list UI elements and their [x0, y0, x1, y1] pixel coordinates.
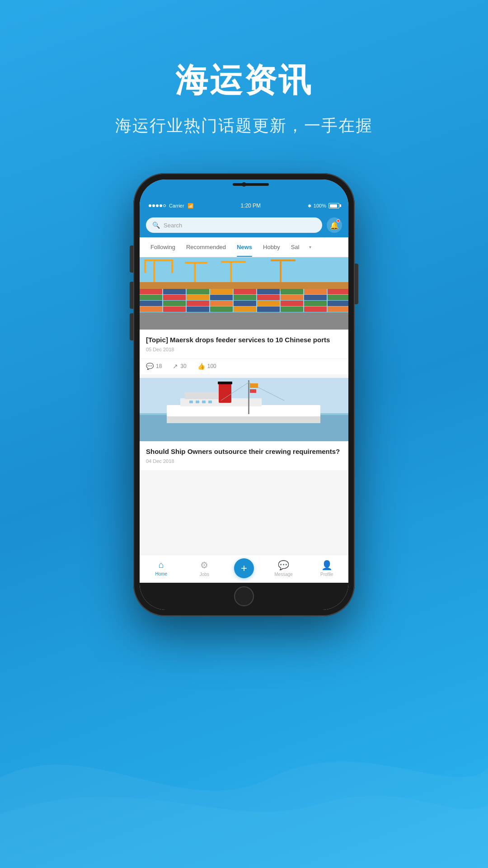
- status-bar: Carrier 📶 1:20 PM ✱ 100%: [140, 198, 348, 214]
- nav-jobs[interactable]: ⚙ Jobs: [191, 560, 218, 577]
- message-icon: 💬: [278, 560, 289, 571]
- content-area: [Topic] Maersk drops feeder services to …: [140, 257, 348, 555]
- notification-badge: [337, 219, 340, 222]
- svg-rect-13: [163, 289, 186, 294]
- svg-rect-62: [250, 389, 256, 393]
- add-button[interactable]: +: [234, 558, 254, 578]
- bluetooth-icon: ✱: [308, 203, 311, 208]
- svg-rect-42: [210, 307, 233, 312]
- status-time: 1:20 PM: [240, 203, 261, 209]
- phone-outer: Carrier 📶 1:20 PM ✱ 100% 🔍 Search: [133, 173, 355, 616]
- jobs-label: Jobs: [200, 572, 209, 577]
- svg-rect-21: [140, 295, 162, 300]
- svg-rect-30: [140, 301, 162, 306]
- svg-rect-26: [257, 295, 280, 300]
- tab-dropdown-icon[interactable]: ▾: [305, 237, 314, 257]
- svg-rect-8: [221, 261, 246, 263]
- signal-dot-3: [156, 204, 159, 207]
- svg-rect-3: [144, 259, 146, 273]
- phone-notch-bar: [140, 179, 348, 198]
- jobs-icon: ⚙: [200, 560, 208, 571]
- svg-rect-66: [208, 401, 212, 403]
- news-card-1: [Topic] Maersk drops feeder services to …: [140, 257, 348, 374]
- article-2-title[interactable]: Should Ship Owners outsource their crewi…: [146, 447, 342, 456]
- notification-button[interactable]: 🔔: [327, 217, 342, 233]
- article-1-actions: 💬 18 ↗ 30 👍 100: [140, 359, 348, 374]
- tab-hobby[interactable]: Hobby: [258, 237, 285, 257]
- svg-rect-48: [140, 312, 348, 330]
- comment-action[interactable]: 💬 18: [146, 363, 162, 370]
- svg-rect-11: [140, 282, 348, 289]
- app-subtitle: 海运行业热门话题更新，一手在握: [115, 115, 373, 137]
- article-2-image: [140, 378, 348, 441]
- svg-rect-4: [171, 259, 173, 273]
- svg-rect-14: [187, 289, 209, 294]
- article-1-title[interactable]: [Topic] Maersk drops feeder services to …: [146, 335, 342, 344]
- svg-rect-17: [257, 289, 280, 294]
- svg-rect-58: [248, 380, 249, 414]
- port-image-svg: [140, 257, 348, 330]
- svg-rect-53: [167, 416, 320, 423]
- nav-profile[interactable]: 👤 Profile: [313, 560, 340, 577]
- search-placeholder-text: Search: [164, 222, 182, 229]
- message-label: Message: [274, 572, 293, 577]
- svg-rect-23: [187, 295, 209, 300]
- carrier-label: Carrier: [169, 203, 184, 208]
- comment-count: 18: [156, 363, 162, 369]
- search-area: 🔍 Search 🔔: [140, 214, 348, 237]
- svg-rect-35: [257, 301, 280, 306]
- svg-rect-44: [257, 307, 280, 312]
- bg-waves: [0, 687, 488, 868]
- svg-rect-33: [210, 301, 233, 306]
- svg-rect-28: [304, 295, 327, 300]
- article-2-date: 04 Dec 2018: [146, 458, 342, 464]
- tab-bar: Following Recommended News Hobby Sal ▾: [140, 237, 348, 257]
- svg-rect-57: [218, 382, 232, 384]
- svg-rect-2: [144, 259, 171, 261]
- svg-rect-64: [196, 401, 199, 403]
- svg-rect-63: [189, 401, 193, 403]
- tab-news[interactable]: News: [232, 237, 257, 257]
- tab-following[interactable]: Following: [146, 237, 180, 257]
- nav-message[interactable]: 💬 Message: [270, 560, 297, 577]
- svg-rect-43: [234, 307, 256, 312]
- like-count: 100: [207, 363, 216, 369]
- nav-home[interactable]: ⌂ Home: [148, 560, 175, 576]
- status-right: ✱ 100%: [308, 203, 339, 208]
- article-1-image: [140, 257, 348, 330]
- news-card-2: Should Ship Owners outsource their crewi…: [140, 378, 348, 470]
- comment-icon: 💬: [146, 363, 154, 370]
- phone-inner: Carrier 📶 1:20 PM ✱ 100% 🔍 Search: [140, 179, 348, 610]
- tab-recommended[interactable]: Recommended: [182, 237, 230, 257]
- svg-rect-40: [163, 307, 186, 312]
- svg-rect-6: [185, 262, 207, 264]
- svg-rect-56: [219, 382, 231, 403]
- app-title: 海运资讯: [115, 59, 373, 102]
- svg-rect-32: [187, 301, 209, 306]
- svg-rect-37: [304, 301, 327, 306]
- svg-rect-46: [304, 307, 327, 312]
- tab-sal[interactable]: Sal: [286, 237, 304, 257]
- svg-rect-31: [163, 301, 186, 306]
- share-count: 30: [180, 363, 186, 369]
- ship-image-svg: [140, 378, 348, 441]
- battery-text: 100%: [314, 203, 326, 208]
- svg-rect-65: [202, 401, 206, 403]
- profile-icon: 👤: [321, 560, 333, 571]
- phone-mockup: Carrier 📶 1:20 PM ✱ 100% 🔍 Search: [133, 173, 355, 616]
- add-icon: +: [241, 562, 247, 575]
- search-icon: 🔍: [152, 222, 160, 229]
- search-bar[interactable]: 🔍 Search: [146, 217, 322, 233]
- bottom-nav: ⌂ Home ⚙ Jobs + 💬 Message 👤 Profile: [140, 555, 348, 583]
- svg-rect-61: [250, 383, 258, 388]
- svg-rect-29: [328, 295, 348, 300]
- svg-rect-15: [210, 289, 233, 294]
- home-circle-button[interactable]: [234, 586, 254, 606]
- svg-rect-47: [328, 307, 348, 312]
- share-action[interactable]: ↗ 30: [173, 363, 186, 370]
- signal-dot-1: [149, 204, 151, 207]
- svg-rect-19: [304, 289, 327, 294]
- svg-rect-27: [281, 295, 303, 300]
- like-action[interactable]: 👍 100: [197, 363, 216, 370]
- article-2-body: Should Ship Owners outsource their crewi…: [140, 441, 348, 470]
